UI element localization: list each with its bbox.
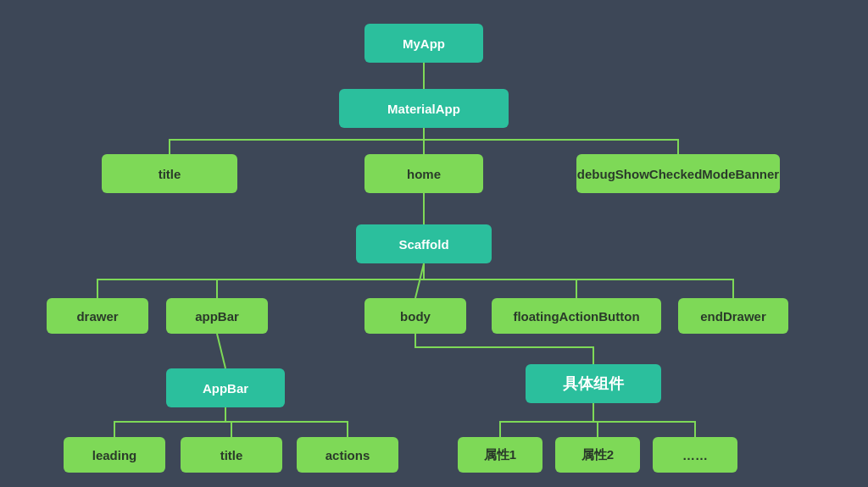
body-label: body xyxy=(400,309,431,324)
title1-label: title xyxy=(159,167,181,181)
myapp-label: MyApp xyxy=(403,36,445,51)
home-label: home xyxy=(407,167,441,181)
myapp-node: MyApp xyxy=(364,24,483,63)
enddrawer-node: endDrawer xyxy=(678,298,788,334)
attr1-node: 属性1 xyxy=(458,437,542,473)
diagram: MyApp MaterialApp title home debugShowCh… xyxy=(0,0,868,487)
actions-label: actions xyxy=(326,448,370,462)
debug-node: debugShowCheckedModeBanner xyxy=(576,154,780,193)
ellipsis-label: …… xyxy=(682,448,708,462)
actions-node: actions xyxy=(297,437,398,473)
home-node: home xyxy=(364,154,483,193)
title2-node: title xyxy=(181,437,282,473)
appbar-prop-label: appBar xyxy=(195,309,239,324)
appbar-prop-node: appBar xyxy=(166,298,268,334)
materialapp-label: MaterialApp xyxy=(387,102,460,116)
fab-label: floatingActionButton xyxy=(513,309,639,324)
appbar-widget-label: AppBar xyxy=(203,381,248,396)
debug-label: debugShowCheckedModeBanner xyxy=(577,167,779,181)
concrete-label: 具体组件 xyxy=(563,374,624,394)
svg-line-3 xyxy=(415,263,424,298)
attr2-node: 属性2 xyxy=(555,437,640,473)
leading-label: leading xyxy=(92,448,137,462)
scaffold-label: Scaffold xyxy=(398,237,448,252)
leading-node: leading xyxy=(64,437,165,473)
body-node: body xyxy=(364,298,466,334)
materialapp-node: MaterialApp xyxy=(339,89,509,128)
appbar-widget-node: AppBar xyxy=(166,368,285,407)
drawer-label: drawer xyxy=(76,309,118,324)
drawer-node: drawer xyxy=(47,298,148,334)
scaffold-node: Scaffold xyxy=(356,224,492,263)
enddrawer-label: endDrawer xyxy=(700,309,766,324)
fab-node: floatingActionButton xyxy=(492,298,661,334)
title1-node: title xyxy=(102,154,237,193)
title2-label: title xyxy=(220,448,243,462)
concrete-node: 具体组件 xyxy=(526,364,661,403)
attr2-label: 属性2 xyxy=(581,447,614,463)
svg-line-4 xyxy=(217,334,225,368)
attr1-label: 属性1 xyxy=(484,447,516,463)
ellipsis-node: …… xyxy=(653,437,737,473)
